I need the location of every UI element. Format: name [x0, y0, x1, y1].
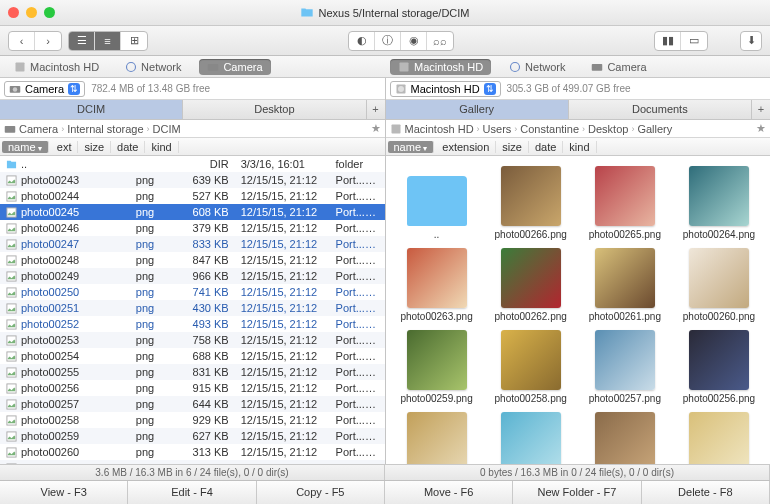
breadcrumb-segment[interactable]: Gallery — [637, 123, 672, 135]
table-row[interactable]: photo00255png831 KB12/15/15, 21:12Port..… — [0, 364, 385, 380]
column-header-extension[interactable]: extension — [436, 141, 496, 153]
table-row[interactable]: photo00256png915 KB12/15/15, 21:12Port..… — [0, 380, 385, 396]
new-tab-button[interactable]: + — [367, 100, 385, 119]
view-grid-icon[interactable]: ⊞ — [121, 32, 147, 50]
device-tab-network[interactable]: Network — [117, 59, 189, 75]
file-thumb[interactable]: photo00266.png — [490, 166, 572, 240]
column-header-kind[interactable]: kind — [563, 141, 596, 153]
table-row[interactable]: photo00243png639 KB12/15/15, 21:12Port..… — [0, 172, 385, 188]
info-icon[interactable]: ⓘ — [375, 32, 401, 50]
breadcrumb-segment[interactable]: Desktop — [588, 123, 628, 135]
table-row[interactable]: photo00258png929 KB12/15/15, 21:12Port..… — [0, 412, 385, 428]
tab-gallery[interactable]: Gallery — [386, 100, 569, 119]
dual-pane-icon[interactable]: ▭ — [681, 32, 707, 50]
zoom-button[interactable] — [44, 7, 55, 18]
left-breadcrumb[interactable]: Camera›Internal storage›DCIM★ — [0, 120, 385, 138]
nav-back-forward[interactable]: ‹ › — [8, 31, 62, 51]
tab-desktop[interactable]: Desktop — [183, 100, 366, 119]
table-row[interactable]: photo00259png627 KB12/15/15, 21:12Port..… — [0, 428, 385, 444]
file-thumb[interactable]: photo00265.png — [584, 166, 666, 240]
column-header-size[interactable]: size — [78, 141, 111, 153]
view-mode-segment[interactable]: ☰ ≡ ⊞ — [68, 31, 148, 51]
device-tab-network[interactable]: Network — [501, 59, 573, 75]
table-row[interactable]: photo00251png430 KB12/15/15, 21:12Port..… — [0, 300, 385, 316]
right-column-headers[interactable]: nameextensionsizedatekind — [386, 138, 771, 156]
breadcrumb-segment[interactable]: Constantine — [520, 123, 579, 135]
file-thumb[interactable]: photo00261.png — [584, 248, 666, 322]
table-row[interactable]: photo00253png758 KB12/15/15, 21:12Port..… — [0, 332, 385, 348]
table-row[interactable]: ..DIR3/3/16, 16:01folder — [0, 156, 385, 172]
forward-icon[interactable]: › — [35, 32, 61, 50]
file-thumb[interactable]: photo00252.png — [678, 412, 760, 464]
column-header-size[interactable]: size — [496, 141, 529, 153]
breadcrumb-segment[interactable]: Users — [483, 123, 512, 135]
file-thumb[interactable]: photo00254.png — [490, 412, 572, 464]
toggle-icon[interactable]: ◐ — [349, 32, 375, 50]
device-tab-camera[interactable]: Camera — [583, 59, 654, 75]
file-thumb[interactable]: photo00264.png — [678, 166, 760, 240]
right-breadcrumb[interactable]: Macintosh HD›Users›Constantine›Desktop›G… — [386, 120, 771, 138]
favorite-star-icon[interactable]: ★ — [371, 122, 381, 135]
breadcrumb-segment[interactable]: Internal storage — [67, 123, 143, 135]
close-button[interactable] — [8, 7, 19, 18]
command-view[interactable]: View - F3 — [0, 481, 128, 504]
device-tab-camera[interactable]: Camera — [199, 59, 270, 75]
left-volume-select[interactable]: Camera ⇅ — [4, 81, 85, 97]
column-header-ext[interactable]: ext — [51, 141, 79, 153]
folder-thumb[interactable]: .. — [396, 166, 478, 240]
file-thumb[interactable]: photo00255.png — [396, 412, 478, 464]
table-row[interactable]: photo00257png644 KB12/15/15, 21:12Port..… — [0, 396, 385, 412]
file-thumb[interactable]: photo00257.png — [584, 330, 666, 404]
device-tab-macintosh-hd[interactable]: Macintosh HD — [6, 59, 107, 75]
breadcrumb-segment[interactable]: Macintosh HD — [405, 123, 474, 135]
file-image-icon — [6, 319, 17, 330]
column-header-kind[interactable]: kind — [145, 141, 178, 153]
device-tab-macintosh-hd[interactable]: Macintosh HD — [390, 59, 491, 75]
new-tab-button[interactable]: + — [752, 100, 770, 119]
file-thumb[interactable]: photo00260.png — [678, 248, 760, 322]
table-row[interactable]: photo00260png313 KB12/15/15, 21:12Port..… — [0, 444, 385, 460]
file-thumb[interactable]: photo00258.png — [490, 330, 572, 404]
single-pane-icon[interactable]: ▮▮ — [655, 32, 681, 50]
file-thumb[interactable]: photo00259.png — [396, 330, 478, 404]
file-thumb[interactable]: photo00256.png — [678, 330, 760, 404]
table-row[interactable]: photo00244png527 KB12/15/15, 21:12Port..… — [0, 188, 385, 204]
minimize-button[interactable] — [26, 7, 37, 18]
table-row[interactable]: photo00245png608 KB12/15/15, 21:12Port..… — [0, 204, 385, 220]
layout-segment[interactable]: ▮▮ ▭ — [654, 31, 708, 51]
table-row[interactable]: photo00249png966 KB12/15/15, 21:12Port..… — [0, 268, 385, 284]
view-list-icon[interactable]: ☰ — [69, 32, 95, 50]
command-move[interactable]: Move - F6 — [385, 481, 513, 504]
command-copy[interactable]: Copy - F5 — [257, 481, 385, 504]
file-thumb[interactable]: photo00263.png — [396, 248, 478, 322]
table-row[interactable]: photo00254png688 KB12/15/15, 21:12Port..… — [0, 348, 385, 364]
file-thumb[interactable]: photo00253.png — [584, 412, 666, 464]
left-file-list[interactable]: ..DIR3/3/16, 16:01folderphoto00243png639… — [0, 156, 385, 464]
column-header-date[interactable]: date — [529, 141, 563, 153]
command-delete[interactable]: Delete - F8 — [642, 481, 770, 504]
table-row[interactable]: photo00247png833 KB12/15/15, 21:12Port..… — [0, 236, 385, 252]
tab-dcim[interactable]: DCIM — [0, 100, 183, 119]
binoculars-icon[interactable]: ⌕⌕ — [427, 32, 453, 50]
view-columns-icon[interactable]: ≡ — [95, 32, 121, 50]
breadcrumb-segment[interactable]: Camera — [19, 123, 58, 135]
table-row[interactable]: photo00252png493 KB12/15/15, 21:12Port..… — [0, 316, 385, 332]
column-header-name[interactable]: name — [388, 141, 435, 153]
right-volume-select[interactable]: Macintosh HD ⇅ — [390, 81, 501, 97]
table-row[interactable]: photo00248png847 KB12/15/15, 21:12Port..… — [0, 252, 385, 268]
command-edit[interactable]: Edit - F4 — [128, 481, 256, 504]
favorite-star-icon[interactable]: ★ — [756, 122, 766, 135]
back-icon[interactable]: ‹ — [9, 32, 35, 50]
preview-icon[interactable]: ◉ — [401, 32, 427, 50]
file-thumb[interactable]: photo00262.png — [490, 248, 572, 322]
breadcrumb-segment[interactable]: DCIM — [153, 123, 181, 135]
tab-documents[interactable]: Documents — [569, 100, 752, 119]
table-row[interactable]: photo00246png379 KB12/15/15, 21:12Port..… — [0, 220, 385, 236]
column-header-date[interactable]: date — [111, 141, 145, 153]
command-new[interactable]: New Folder - F7 — [513, 481, 641, 504]
table-row[interactable]: photo00250png741 KB12/15/15, 21:12Port..… — [0, 284, 385, 300]
column-header-name[interactable]: name — [2, 141, 49, 153]
download-button[interactable]: ⬇ — [740, 31, 762, 51]
left-column-headers[interactable]: nameextsizedatekind — [0, 138, 385, 156]
right-icon-grid[interactable]: ..photo00266.pngphoto00265.pngphoto00264… — [386, 156, 771, 464]
